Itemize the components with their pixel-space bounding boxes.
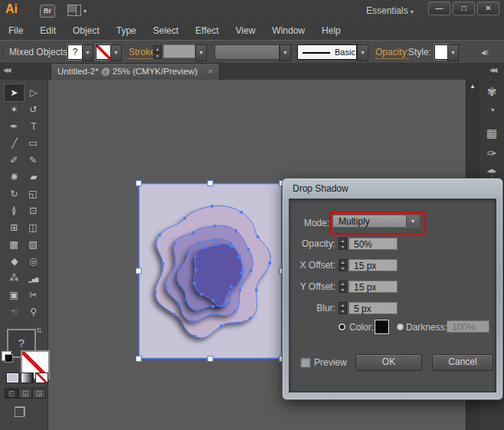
eyedropper-tool[interactable]: ◆ — [5, 253, 24, 270]
anchor-point[interactable] — [229, 242, 232, 245]
pencil-tool[interactable]: ✎ — [24, 152, 43, 169]
anchor-point[interactable] — [230, 245, 233, 248]
opacity-stepper[interactable]: ▲▼ — [339, 238, 347, 250]
color-radio[interactable] — [338, 323, 346, 331]
x-offset-field[interactable]: 15 px — [349, 259, 398, 271]
selection-handle[interactable] — [136, 356, 142, 362]
arrange-documents-button[interactable]: ▾ — [67, 5, 93, 16]
cancel-button[interactable]: Cancel — [432, 354, 493, 371]
blur-stepper[interactable]: ▲▼ — [339, 302, 347, 314]
anchor-point[interactable] — [211, 305, 214, 308]
color-button[interactable] — [6, 373, 19, 383]
menu-help[interactable]: Help — [313, 21, 349, 36]
anchor-point[interactable] — [250, 269, 253, 272]
type-tool[interactable]: T — [24, 118, 43, 135]
perspective-grid-tool[interactable]: ◫ — [24, 219, 43, 236]
dock-grip[interactable] — [482, 74, 500, 77]
anchor-point[interactable] — [240, 211, 243, 214]
maximize-button[interactable]: □ — [453, 2, 475, 15]
brush-dropdown-button[interactable]: ▼ — [357, 44, 368, 61]
document-tab[interactable]: Untitled-2* @ 25% (CMYK/Preview) × — [51, 63, 220, 80]
style-dropdown-button[interactable]: ▼ — [447, 44, 459, 61]
free-transform-tool[interactable]: ⊡ — [24, 202, 43, 219]
stroke-weight-stepper[interactable]: ▲▼ — [153, 45, 162, 59]
stroke-dropdown-button[interactable]: ▼ — [110, 44, 122, 61]
column-graph-tool[interactable]: ▂▅▇ — [24, 270, 43, 287]
anchor-point[interactable] — [241, 268, 244, 271]
menu-view[interactable]: View — [227, 21, 264, 36]
menu-edit[interactable]: Edit — [31, 21, 64, 36]
anchor-point[interactable] — [213, 225, 216, 228]
opacity-field[interactable]: 50% — [349, 238, 398, 250]
stroke-weight-field[interactable] — [163, 44, 195, 58]
anchor-point[interactable] — [237, 281, 241, 284]
anchor-point[interactable] — [159, 234, 162, 237]
brush-definition-dropdown[interactable]: Basic — [297, 44, 357, 60]
anchor-point[interactable] — [247, 248, 250, 251]
mesh-tool[interactable]: ▦ — [5, 236, 24, 253]
anchor-point[interactable] — [228, 290, 231, 294]
anchor-point[interactable] — [154, 291, 157, 294]
anchor-point[interactable] — [186, 253, 189, 256]
fill-color-swatch[interactable]: ? — [67, 44, 83, 60]
paintbrush-tool[interactable]: ✐ — [5, 152, 24, 169]
menu-object[interactable]: Object — [64, 21, 108, 36]
shape-builder-tool[interactable]: ⊞ — [5, 219, 24, 236]
selection-handle[interactable] — [136, 181, 142, 186]
anchor-point[interactable] — [196, 309, 199, 312]
hand-tool[interactable]: ☜ — [5, 304, 24, 320]
anchor-point[interactable] — [223, 303, 226, 306]
anchor-point[interactable] — [194, 335, 197, 338]
collapse-right-dock-icon[interactable]: ◀◀ — [489, 67, 496, 74]
menu-window[interactable]: Window — [263, 21, 313, 36]
panel-brushes-button[interactable]: ✑ — [481, 144, 502, 162]
menu-effect[interactable]: Effect — [187, 21, 227, 36]
stroke-weight-dropdown[interactable]: ▼ — [195, 44, 207, 61]
anchor-point[interactable] — [238, 289, 241, 292]
x-offset-stepper[interactable]: ▲▼ — [339, 259, 347, 271]
rotate-tool[interactable]: ↻ — [5, 185, 24, 202]
anchor-point[interactable] — [220, 324, 223, 327]
anchor-point[interactable] — [200, 293, 203, 296]
anchor-point[interactable] — [173, 242, 176, 245]
draw-behind-mode-button[interactable]: ◱ — [18, 388, 32, 399]
direct-selection-tool[interactable]: ▷ — [24, 84, 43, 101]
selected-artwork[interactable] — [139, 183, 282, 359]
selection-handle[interactable] — [208, 181, 213, 186]
swap-fill-stroke-icon[interactable]: ⇄ — [35, 327, 43, 333]
close-button[interactable]: ✕ — [477, 2, 499, 15]
anchor-point[interactable] — [198, 242, 201, 245]
anchor-point[interactable] — [211, 313, 214, 316]
y-offset-stepper[interactable]: ▲▼ — [339, 281, 347, 293]
pen-tool[interactable]: ✒ — [5, 118, 24, 135]
style-swatch[interactable] — [434, 44, 448, 60]
minimize-button[interactable]: — — [428, 2, 450, 15]
panel-swatches-button[interactable]: ▦ — [481, 124, 502, 143]
anchor-point[interactable] — [183, 217, 186, 220]
menu-select[interactable]: Select — [145, 21, 187, 36]
scale-tool[interactable]: ◱ — [24, 185, 43, 202]
anchor-point[interactable] — [165, 285, 168, 288]
artboard-tool[interactable]: ▣ — [5, 287, 24, 304]
panel-color-button[interactable]: ✾ — [481, 83, 502, 101]
menu-type[interactable]: Type — [108, 21, 145, 36]
anchor-point[interactable] — [257, 235, 260, 238]
anchor-point[interactable] — [173, 313, 176, 316]
selection-handle[interactable] — [208, 356, 213, 362]
anchor-point[interactable] — [211, 205, 214, 208]
y-offset-field[interactable]: 15 px — [349, 281, 398, 293]
ok-button[interactable]: OK — [355, 354, 422, 371]
anchor-point[interactable] — [268, 261, 271, 264]
magic-wand-tool[interactable]: ✶ — [5, 101, 24, 118]
screen-mode-button[interactable]: ❐ — [14, 405, 25, 421]
anchor-point[interactable] — [204, 246, 207, 249]
blend-tool[interactable]: ◎ — [24, 253, 43, 270]
anchor-point[interactable] — [194, 254, 197, 258]
line-segment-tool[interactable]: ╱ — [5, 135, 24, 152]
eraser-tool[interactable]: ▰ — [24, 169, 43, 185]
anchor-point[interactable] — [255, 289, 258, 292]
selection-tool[interactable]: ➤ — [5, 84, 24, 101]
preview-checkbox[interactable] — [300, 357, 311, 368]
anchor-point[interactable] — [217, 243, 220, 246]
menu-file[interactable]: File — [0, 21, 31, 36]
